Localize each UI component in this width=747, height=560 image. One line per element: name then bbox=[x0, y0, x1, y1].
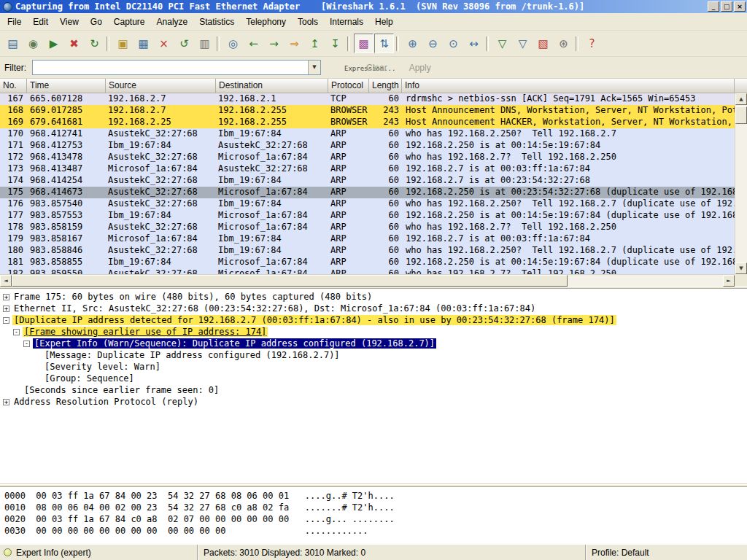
go-forward-button[interactable]: → bbox=[264, 34, 284, 53]
menu-view[interactable]: View bbox=[54, 15, 85, 29]
capture-start-button[interactable]: ▶ bbox=[44, 34, 63, 53]
menu-edit[interactable]: Edit bbox=[27, 15, 54, 29]
zoom-in-button[interactable]: ⊕ bbox=[403, 34, 422, 53]
reload-button[interactable]: ↺ bbox=[174, 34, 194, 53]
resize-columns-button[interactable]: ↔ bbox=[464, 34, 484, 53]
filter-button[interactable]: Filter: bbox=[0, 63, 32, 73]
zoom-out-button[interactable]: ⊖ bbox=[423, 34, 443, 53]
packet-row[interactable]: 181 983.858855 Ibm_19:67:84 Microsof_1a:… bbox=[0, 257, 735, 268]
menu-go[interactable]: Go bbox=[85, 15, 108, 29]
minimize-button[interactable]: _ bbox=[708, 1, 719, 12]
menu-file[interactable]: File bbox=[1, 15, 27, 29]
clear-button[interactable]: Clear bbox=[362, 61, 392, 75]
menu-capture[interactable]: Capture bbox=[108, 15, 151, 29]
expander-icon[interactable]: - bbox=[13, 329, 20, 335]
expander-icon[interactable]: - bbox=[23, 341, 30, 347]
go-bottom-button[interactable]: ↧ bbox=[325, 34, 345, 53]
status-profile[interactable]: Profile: Default bbox=[585, 545, 747, 560]
save-file-button[interactable]: ▦ bbox=[133, 34, 153, 53]
autoscroll-toggle-button[interactable]: ⇅ bbox=[374, 34, 394, 53]
capture-options-button[interactable]: ◉ bbox=[23, 34, 43, 53]
apply-button[interactable]: Apply bbox=[405, 61, 436, 75]
expert-level-indicator-icon[interactable] bbox=[4, 548, 12, 556]
filter-input[interactable] bbox=[33, 61, 308, 74]
horizontal-scroll-thumb[interactable] bbox=[12, 275, 568, 287]
filter-dropdown-icon[interactable]: ▼ bbox=[308, 61, 320, 74]
packet-row[interactable]: 168 669.017285 192.168.2.7 192.168.2.255… bbox=[0, 105, 735, 117]
packet-row[interactable]: 172 968.413478 AsustekC_32:27:68 Microso… bbox=[0, 152, 735, 163]
detail-line[interactable]: + Ethernet II, Src: AsustekC_32:27:68 (0… bbox=[0, 303, 747, 314]
scroll-up-icon[interactable]: ▲ bbox=[735, 93, 747, 105]
detail-line[interactable]: + Address Resolution Protocol (reply) bbox=[0, 396, 747, 408]
expander-icon[interactable]: + bbox=[3, 399, 9, 405]
close-file-button[interactable]: × bbox=[154, 34, 174, 53]
preferences-button[interactable]: ⊛ bbox=[554, 34, 573, 53]
hex-line[interactable]: 0010 08 00 06 04 00 02 00 23 54 32 27 68… bbox=[0, 502, 747, 513]
detail-line[interactable]: [Severity level: Warn] bbox=[31, 361, 747, 373]
detail-line[interactable]: - [Expert Info (Warn/Sequence): Duplicat… bbox=[20, 338, 747, 349]
list-interfaces-button[interactable]: ▤ bbox=[3, 34, 23, 53]
help-button[interactable]: ? bbox=[582, 34, 602, 53]
hex-line[interactable]: 0030 00 00 00 00 00 00 00 00 00 00 00 00… bbox=[0, 525, 747, 537]
col-destination[interactable]: Destination bbox=[216, 79, 328, 93]
menu-telephony[interactable]: Telephony bbox=[240, 15, 292, 29]
open-file-button[interactable]: ▣ bbox=[113, 34, 133, 53]
expander-icon[interactable]: + bbox=[3, 306, 9, 312]
col-no[interactable]: No. bbox=[0, 79, 27, 93]
packet-row[interactable]: 182 983.859550 AsustekC_32:27:68 Microso… bbox=[0, 268, 735, 274]
capture-restart-button[interactable]: ↻ bbox=[85, 34, 104, 53]
go-top-button[interactable]: ↥ bbox=[305, 34, 325, 53]
vertical-scroll-thumb[interactable] bbox=[735, 106, 747, 124]
packet-row[interactable]: 176 983.857540 AsustekC_32:27:68 Ibm_19:… bbox=[0, 198, 735, 210]
packet-row[interactable]: 175 968.414673 AsustekC_32:27:68 Microso… bbox=[0, 187, 735, 198]
detail-line[interactable]: - [Frame showing earlier use of IP addre… bbox=[10, 326, 747, 338]
menu-tools[interactable]: Tools bbox=[292, 15, 324, 29]
detail-line[interactable]: [Group: Sequence] bbox=[31, 373, 747, 384]
coloring-rules-button[interactable]: ▧ bbox=[533, 34, 553, 53]
vertical-scrollbar[interactable]: ▲ ▼ bbox=[735, 93, 747, 274]
detail-line[interactable]: [Seconds since earlier frame seen: 0] bbox=[10, 384, 747, 396]
menu-help[interactable]: Help bbox=[369, 15, 399, 29]
hex-line[interactable]: 0020 00 03 ff 1a 67 84 c0 a8 02 07 00 00… bbox=[0, 513, 747, 525]
col-source[interactable]: Source bbox=[106, 79, 216, 93]
menu-statistics[interactable]: Statistics bbox=[193, 15, 240, 29]
packet-row[interactable]: 173 968.413487 Microsof_1a:67:84 Asustek… bbox=[0, 163, 735, 175]
goto-packet-button[interactable]: ⇒ bbox=[285, 34, 304, 53]
find-packet-button[interactable]: ◎ bbox=[223, 34, 243, 53]
maximize-button[interactable]: □ bbox=[721, 1, 732, 12]
packet-row[interactable]: 179 983.858167 Microsof_1a:67:84 Ibm_19:… bbox=[0, 233, 735, 245]
capture-stop-button[interactable]: ✖ bbox=[64, 34, 84, 53]
col-length[interactable]: Length bbox=[369, 79, 402, 93]
colorize-toggle-button[interactable]: ▩ bbox=[354, 34, 374, 53]
packet-row[interactable]: 174 968.414254 AsustekC_32:27:68 Ibm_19:… bbox=[0, 175, 735, 187]
expander-icon[interactable]: + bbox=[3, 294, 9, 300]
packet-row[interactable]: 180 983.858846 AsustekC_32:27:68 Ibm_19:… bbox=[0, 245, 735, 257]
col-time[interactable]: Time bbox=[27, 79, 106, 93]
menu-analyze[interactable]: Analyze bbox=[151, 15, 194, 29]
horizontal-scrollbar[interactable]: ◄ ► bbox=[0, 274, 735, 286]
detail-line[interactable]: - [Duplicate IP address detected for 192… bbox=[0, 314, 747, 326]
capture-filters-button[interactable]: ▽ bbox=[492, 34, 512, 53]
packet-row[interactable]: 167 665.607128 192.168.2.7 192.168.2.1 T… bbox=[0, 93, 735, 105]
packet-row[interactable]: 171 968.412753 Ibm_19:67:84 AsustekC_32:… bbox=[0, 140, 735, 152]
packet-row[interactable]: 177 983.857553 Ibm_19:67:84 Microsof_1a:… bbox=[0, 210, 735, 222]
detail-line[interactable]: + Frame 175: 60 bytes on wire (480 bits)… bbox=[0, 291, 747, 303]
expander-icon[interactable]: - bbox=[3, 317, 9, 324]
scroll-left-icon[interactable]: ◄ bbox=[0, 275, 12, 287]
zoom-normal-button[interactable]: ⊙ bbox=[444, 34, 463, 53]
packet-row[interactable]: 178 983.858159 AsustekC_32:27:68 Microso… bbox=[0, 222, 735, 233]
scroll-right-icon[interactable]: ► bbox=[723, 275, 735, 287]
display-filters-button[interactable]: ▽ bbox=[513, 34, 533, 53]
menu-internals[interactable]: Internals bbox=[324, 15, 369, 29]
go-back-button[interactable]: ← bbox=[244, 34, 263, 53]
expression-button[interactable]: Expression... bbox=[340, 64, 349, 71]
detail-line[interactable]: [Message: Duplicate IP address configure… bbox=[31, 349, 747, 361]
close-button[interactable]: × bbox=[734, 1, 746, 12]
packet-row[interactable]: 169 679.641681 192.168.2.25 192.168.2.25… bbox=[0, 117, 735, 128]
packet-row[interactable]: 170 968.412741 AsustekC_32:27:68 Ibm_19:… bbox=[0, 128, 735, 140]
col-protocol[interactable]: Protocol bbox=[328, 79, 369, 93]
print-button[interactable]: ▥ bbox=[195, 34, 214, 53]
scroll-down-icon[interactable]: ▼ bbox=[735, 262, 747, 274]
col-info[interactable]: Info bbox=[402, 79, 735, 93]
hex-line[interactable]: 0000 00 03 ff 1a 67 84 00 23 54 32 27 68… bbox=[0, 490, 747, 502]
